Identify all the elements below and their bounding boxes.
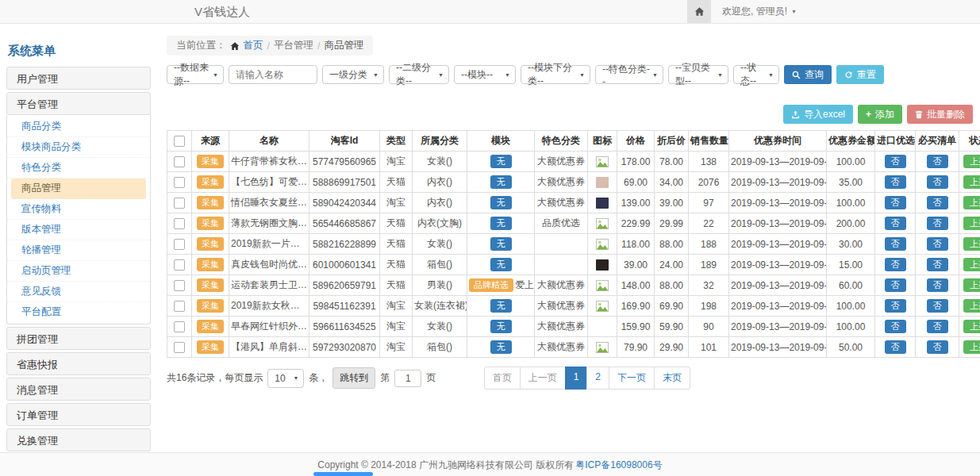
filter-select[interactable]: --特色分类--▼ [595, 65, 663, 84]
sidebar-group-header[interactable]: 订单管理 [6, 403, 151, 426]
must-buy-toggle[interactable]: 否 [927, 237, 948, 251]
sidebar-group-header[interactable]: 平台管理 [6, 92, 151, 115]
jump-button[interactable]: 跳转到 [332, 367, 375, 389]
filter-select[interactable]: --状态--▼ [733, 65, 779, 84]
row-checkbox[interactable] [174, 301, 185, 312]
import-select-toggle[interactable]: 否 [885, 340, 906, 354]
breadcrumb-home-link[interactable]: 首页 [244, 39, 263, 52]
product-category: 箱包() [413, 337, 467, 358]
filter-select[interactable]: --二级分类--▼ [389, 65, 449, 84]
discount-price: 69.90 [655, 296, 689, 317]
sidebar-group-header[interactable]: 兑换管理 [6, 428, 151, 451]
sidebar-item[interactable]: 意见反馈 [7, 282, 150, 302]
status-button[interactable]: 上架 [963, 175, 980, 189]
module-badge: 品牌精选 [469, 278, 513, 292]
status-button[interactable]: 上架 [963, 299, 980, 313]
filter-select[interactable]: --宝贝类型--▼ [668, 65, 728, 84]
batch-delete-button[interactable]: 批量删除 [907, 105, 973, 124]
must-buy-toggle[interactable]: 否 [927, 196, 948, 209]
page-button[interactable]: 首页 [484, 367, 521, 390]
row-checkbox[interactable] [174, 280, 185, 291]
must-buy-toggle[interactable]: 否 [927, 320, 948, 333]
sidebar-item[interactable]: 特色分类 [7, 158, 150, 178]
must-buy-toggle[interactable]: 否 [927, 299, 948, 313]
sidebar-item[interactable]: 平台配置 [7, 302, 150, 322]
page-button[interactable]: 下一页 [609, 367, 655, 390]
import-select-toggle[interactable]: 否 [885, 196, 906, 209]
must-buy-toggle[interactable]: 否 [927, 217, 948, 230]
status-button[interactable]: 上架 [963, 258, 980, 271]
import-select-toggle[interactable]: 否 [885, 278, 906, 292]
sidebar-item[interactable]: 轮播管理 [7, 240, 150, 261]
select-all-checkbox[interactable] [174, 136, 185, 147]
page-number-input[interactable] [394, 370, 421, 387]
filter-select[interactable]: --模块下分类--▼ [521, 65, 590, 84]
name-search-input[interactable] [229, 65, 317, 84]
import-select-toggle[interactable]: 否 [885, 155, 906, 168]
status-button[interactable]: 上架 [963, 155, 980, 168]
sidebar-group-header[interactable]: 消息管理 [6, 378, 151, 401]
row-checkbox[interactable] [174, 156, 185, 167]
must-buy-toggle[interactable]: 否 [927, 258, 948, 271]
user-menu[interactable]: 欢迎您, 管理员! ▼ [722, 5, 797, 18]
feature-category: 大额优惠券 [535, 296, 588, 317]
must-buy-toggle[interactable]: 否 [927, 175, 948, 189]
caret-down-icon: ▼ [505, 72, 510, 78]
page-button[interactable]: 2 [586, 367, 609, 390]
row-checkbox[interactable] [174, 342, 185, 353]
must-buy-toggle[interactable]: 否 [927, 278, 948, 292]
status-button[interactable]: 上架 [963, 340, 980, 354]
status-button[interactable]: 上架 [963, 320, 980, 333]
must-buy-toggle[interactable]: 否 [927, 340, 948, 354]
sidebar-item[interactable]: 版本管理 [7, 220, 150, 240]
sidebar-item[interactable]: 商品管理 [11, 178, 146, 199]
status-button[interactable]: 上架 [963, 217, 980, 230]
import-select-toggle[interactable]: 否 [885, 175, 906, 189]
filter-select[interactable]: --模块--▼ [454, 65, 516, 84]
row-checkbox[interactable] [174, 239, 185, 250]
icp-link[interactable]: 粤ICP备16098006号 [575, 459, 662, 472]
row-checkbox[interactable] [174, 198, 185, 209]
filter-select[interactable]: 一级分类▼ [322, 65, 384, 84]
product-name: 早春网红针织外套女春... [229, 317, 309, 337]
page-button[interactable]: 末页 [654, 367, 690, 390]
sidebar-item[interactable]: 宣传物料 [7, 199, 150, 220]
row-checkbox[interactable] [174, 259, 185, 271]
page-button[interactable]: 上一页 [520, 367, 566, 390]
home-icon [694, 6, 705, 17]
table-row: 采集牛仔背带裤女秋装减龄...577479560965淘宝女装()无大额优惠券1… [167, 152, 980, 172]
horizontal-scrollbar-thumb[interactable] [313, 472, 373, 476]
per-page-select[interactable]: 10 ▼ [267, 369, 304, 388]
sidebar-item[interactable]: 模块商品分类 [7, 137, 150, 158]
home-button[interactable] [687, 0, 711, 23]
status-button[interactable]: 上架 [963, 278, 980, 292]
status-button[interactable]: 上架 [963, 237, 980, 251]
status-button[interactable]: 上架 [963, 196, 980, 209]
import-select-toggle[interactable]: 否 [885, 237, 906, 251]
import-select-toggle[interactable]: 否 [885, 217, 906, 230]
row-checkbox[interactable] [174, 321, 185, 332]
row-checkbox[interactable] [174, 218, 185, 229]
reset-button[interactable]: 重置 [836, 65, 884, 84]
sidebar-group-header[interactable]: 拼团管理 [6, 327, 151, 350]
page-button[interactable]: 1 [565, 367, 588, 390]
sidebar-group-header[interactable]: 用户管理 [6, 67, 151, 90]
discount-price: 88.00 [655, 234, 689, 255]
top-navbar: V省钱达人 欢迎您, 管理员! ▼ [0, 0, 980, 24]
import-select-toggle[interactable]: 否 [885, 258, 906, 271]
coupon-amount: 50.00 [827, 337, 875, 358]
must-buy-toggle[interactable]: 否 [927, 155, 948, 168]
product-type: 淘宝 [380, 296, 413, 317]
sidebar-item[interactable]: 启动页管理 [7, 261, 150, 282]
product-category: 内衣() [413, 172, 467, 193]
import-select-toggle[interactable]: 否 [885, 299, 906, 313]
table-header-cell: 销售数量 [689, 131, 729, 152]
sidebar-group-header[interactable]: 省惠快报 [6, 352, 151, 375]
sidebar-item[interactable]: 商品分类 [7, 117, 150, 137]
import-select-toggle[interactable]: 否 [885, 320, 906, 333]
import-excel-button[interactable]: 导入excel [783, 105, 853, 124]
search-button[interactable]: 查询 [784, 65, 832, 84]
filter-select[interactable]: --数据来源--▼ [167, 65, 224, 84]
row-checkbox[interactable] [174, 177, 185, 188]
add-button[interactable]: + 添加 [858, 105, 902, 124]
